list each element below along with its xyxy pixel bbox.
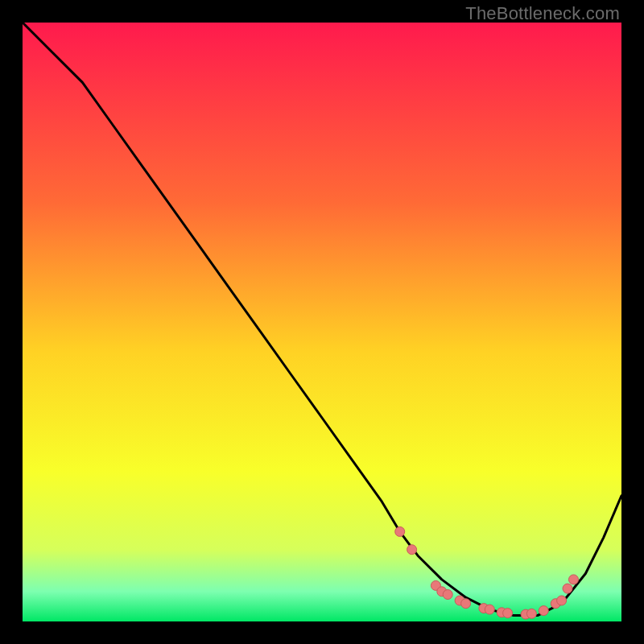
data-point <box>563 584 572 593</box>
data-point <box>407 545 417 555</box>
gradient-background <box>23 23 621 621</box>
bottleneck-chart <box>23 23 621 621</box>
chart-frame <box>23 23 621 621</box>
data-point <box>443 590 452 600</box>
data-point <box>569 575 579 584</box>
data-point <box>539 606 548 616</box>
data-point <box>485 605 494 614</box>
data-point <box>503 609 513 618</box>
watermark-text: TheBottleneck.com <box>465 3 620 24</box>
data-point <box>461 599 471 609</box>
data-point <box>557 596 567 605</box>
data-point <box>395 526 405 536</box>
data-point <box>526 609 536 618</box>
